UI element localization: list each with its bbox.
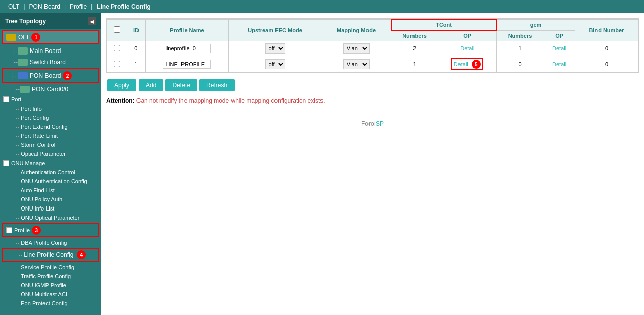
onu-manage-checkbox[interactable] — [3, 160, 9, 166]
main-board-icon — [18, 47, 28, 55]
row1-select[interactable] — [114, 61, 120, 67]
row1-gem-numbers: 0 — [496, 56, 543, 73]
watermark-isp: ISP — [374, 120, 384, 127]
sidebar-item-port-extend-config[interactable]: Port Extend Config — [0, 122, 101, 131]
th-checkbox — [107, 19, 127, 41]
profile-section-label: Profile — [14, 227, 30, 233]
badge-1: 1 — [31, 33, 40, 42]
sidebar-item-onu-optical-param[interactable]: ONU Optical Parameter — [0, 213, 101, 222]
row1-profile-name-input[interactable] — [163, 60, 211, 69]
row0-tcont-detail-btn[interactable]: Detail — [460, 45, 474, 51]
th-id: ID — [127, 19, 146, 41]
sidebar: Tree Topology ◀ OLT 1 |-- Main Board |--… — [0, 13, 101, 315]
sidebar-item-pon-protect-config[interactable]: Pon Protect Config — [0, 299, 101, 308]
row1-profile-name — [146, 56, 229, 73]
row0-gem-op: Detail — [543, 41, 575, 56]
sidebar-item-line-profile-config[interactable]: Line Profile Config 4 — [2, 248, 99, 262]
line-profile-table: ID Profile Name Upstream FEC Mode Mappin… — [107, 19, 638, 73]
row1-mapping-select[interactable]: Vlan GEM — [343, 59, 370, 69]
row0-checkbox — [107, 41, 127, 56]
th-gem-numbers: Numbers — [496, 30, 543, 41]
sidebar-item-storm-control[interactable]: Storm Control — [0, 140, 101, 149]
sidebar-item-port-info[interactable]: Port Info — [0, 104, 101, 113]
sidebar-item-main-board[interactable]: |-- Main Board — [0, 45, 101, 57]
sidebar-item-dba-profile[interactable]: DBA Profile Config — [0, 238, 101, 247]
sidebar-item-port-rate-limit[interactable]: Port Rate Limit — [0, 131, 101, 140]
sidebar-section-profile: Profile 3 — [2, 223, 99, 237]
th-bind-number: Bind Number — [575, 19, 638, 41]
row1-id: 1 — [127, 56, 146, 73]
sidebar-item-port-config[interactable]: Port Config — [0, 113, 101, 122]
badge-3: 3 — [32, 226, 41, 235]
sidebar-item-olt[interactable]: OLT 1 — [2, 30, 99, 44]
row1-fec-select[interactable]: off on — [265, 59, 285, 69]
sidebar-item-service-profile[interactable]: Service Profile Config — [0, 262, 101, 272]
sidebar-item-optical-parameter[interactable]: Optical Parameter — [0, 149, 101, 159]
row0-gem-detail-btn[interactable]: Detail — [552, 45, 566, 51]
row0-mapping-select[interactable]: Vlan GEM — [343, 43, 370, 54]
table-row: 1 off on Vlan — [107, 56, 638, 73]
row0-fec-select[interactable]: off on — [265, 43, 285, 54]
onu-manage-label: ONU Manage — [11, 160, 45, 166]
select-all-checkbox[interactable] — [114, 26, 120, 33]
badge-2: 2 — [63, 71, 72, 80]
sep1: | — [23, 3, 25, 10]
sidebar-item-onu-igmp-profile[interactable]: ONU IGMP Profile — [0, 281, 101, 290]
sidebar-item-auth-control[interactable]: Authentication Control — [0, 168, 101, 177]
sep3: | — [91, 3, 93, 10]
row0-tcont-op: Detail — [438, 41, 496, 56]
sidebar-item-auto-find-list[interactable]: Auto Find List — [0, 186, 101, 195]
row0-upstream-fec: off on — [228, 41, 321, 56]
row0-gem-numbers: 1 — [496, 41, 543, 56]
sep2: | — [64, 3, 66, 10]
apply-button[interactable]: Apply — [107, 79, 136, 91]
watermark: ForoISP — [106, 115, 639, 129]
sidebar-section-onu-manage[interactable]: ONU Manage — [0, 159, 101, 168]
breadcrumb: OLT | PON Board | Profile | Line Profile… — [0, 0, 644, 13]
main-board-label: Main Board — [30, 47, 61, 55]
sidebar-item-pon-board[interactable]: |-- PON Board 2 — [2, 68, 99, 83]
row0-profile-name-input[interactable] — [163, 44, 211, 53]
row0-bind-number: 0 — [575, 41, 638, 56]
row0-mapping-mode: Vlan GEM — [321, 41, 391, 56]
port-checkbox[interactable] — [3, 96, 9, 102]
row1-gem-op: Detail — [543, 56, 575, 73]
sidebar-item-pon-card[interactable]: |-- PON Card0/0 — [0, 84, 101, 95]
attention-message: Can not modify the mapping mode while ma… — [136, 97, 325, 104]
attention-label: Attention: — [106, 97, 135, 104]
row1-gem-detail-btn[interactable]: Detail — [552, 61, 566, 67]
profile-checkbox[interactable] — [6, 227, 12, 233]
breadcrumb-pon-board[interactable]: PON Board — [29, 3, 60, 10]
row1-tcont-op: Detail 5 — [438, 56, 496, 73]
sidebar-section-port[interactable]: Port — [0, 95, 101, 104]
sidebar-item-onu-policy-auth[interactable]: ONU Policy Auth — [0, 195, 101, 204]
row0-select[interactable] — [114, 45, 120, 51]
breadcrumb-profile[interactable]: Profile — [70, 3, 87, 10]
add-button[interactable]: Add — [139, 79, 163, 91]
sidebar-section-profile-row[interactable]: Profile 3 — [3, 224, 98, 236]
row1-tcont-detail-btn[interactable]: Detail 5 — [451, 58, 483, 70]
row1-tcont-numbers: 1 — [391, 56, 438, 73]
breadcrumb-current: Line Profile Config — [97, 3, 151, 10]
breadcrumb-olt[interactable]: OLT — [8, 3, 19, 10]
sidebar-title: Tree Topology — [5, 18, 46, 25]
sidebar-collapse-btn[interactable]: ◀ — [88, 17, 96, 25]
sidebar-item-onu-auth-config[interactable]: ONU Authentication Config — [0, 177, 101, 186]
th-gem-op: OP — [543, 30, 575, 41]
sidebar-item-traffic-profile[interactable]: Traffic Profile Config — [0, 272, 101, 281]
row1-checkbox — [107, 56, 127, 73]
sidebar-item-onu-multicast-acl[interactable]: ONU Multicast ACL — [0, 290, 101, 299]
switch-board-label: Switch Board — [30, 59, 66, 66]
main-table-container: ID Profile Name Upstream FEC Mode Mappin… — [106, 18, 639, 73]
th-tcont-numbers: Numbers — [391, 30, 438, 41]
port-section-label: Port — [11, 96, 21, 102]
th-gem: gem — [496, 19, 575, 30]
row0-profile-name — [146, 41, 229, 56]
refresh-button[interactable]: Refresh — [199, 79, 235, 91]
olt-label: OLT — [18, 34, 29, 41]
sidebar-item-onu-info-list[interactable]: ONU Info List — [0, 204, 101, 213]
delete-button[interactable]: Delete — [165, 79, 197, 91]
sidebar-item-switch-board[interactable]: |-- Switch Board — [0, 57, 101, 68]
row1-bind-number: 0 — [575, 56, 638, 73]
th-upstream-fec-mode: Upstream FEC Mode — [228, 19, 321, 41]
